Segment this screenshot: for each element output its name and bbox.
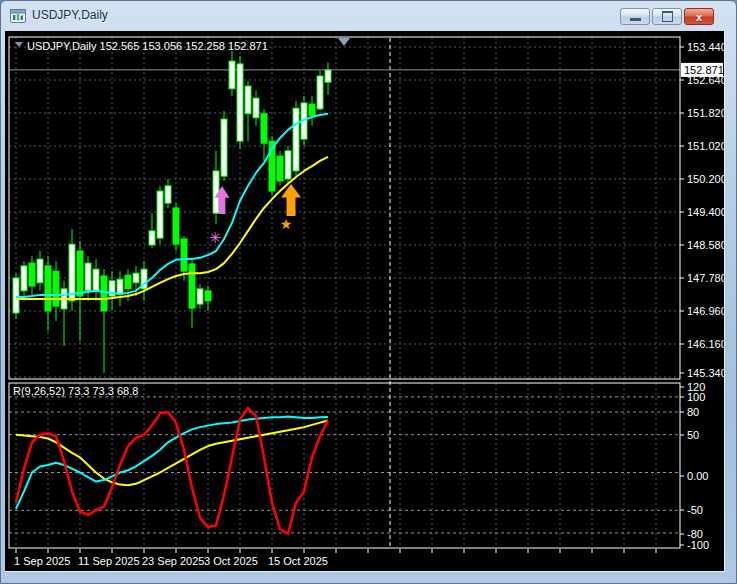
candle <box>45 266 51 311</box>
candle <box>229 61 235 89</box>
candle <box>277 156 283 181</box>
star-marker: ★ <box>280 216 293 232</box>
title-bar[interactable]: USDJPY,Daily x <box>1 1 736 31</box>
main-panel-border <box>9 37 680 379</box>
price-tick-label: 146.160 <box>687 338 724 350</box>
candle <box>237 64 243 141</box>
price-tick-label: 146.960 <box>687 305 724 317</box>
price-scale: 153.440152.640151.820151.020150.200149.4… <box>680 41 724 551</box>
price-tick-label: 149.400 <box>687 206 724 218</box>
window-controls: x <box>620 8 714 25</box>
ohlc-header: USDJPY,Daily 152.565 153.056 152.258 152… <box>27 40 268 52</box>
candle <box>309 104 315 116</box>
price-tick-label: 151.020 <box>687 140 724 152</box>
candle <box>285 151 291 179</box>
candle <box>13 278 19 313</box>
time-scale: 1 Sep 202511 Sep 202523 Sep 20253 Oct 20… <box>14 549 656 567</box>
indicator-panel-border <box>9 383 680 548</box>
chart-window-icon <box>10 8 26 24</box>
indicator-tick-label: 100 <box>687 391 705 403</box>
price-tick-label: 150.200 <box>687 173 724 185</box>
candle <box>181 239 187 271</box>
price-tick-label: 153.440 <box>687 41 724 53</box>
candle <box>69 244 75 301</box>
price-tick-label: 147.780 <box>687 272 724 284</box>
candle <box>325 70 331 82</box>
oscillator-main-line <box>16 408 328 533</box>
candle <box>317 76 323 109</box>
candle <box>117 279 123 294</box>
date-tick-label: 1 Sep 2025 <box>14 555 70 567</box>
oscillator-slow-line <box>16 420 328 485</box>
window-title: USDJPY,Daily <box>32 8 108 22</box>
close-button[interactable]: x <box>684 8 714 25</box>
indicator-tick-label: 50 <box>687 429 699 441</box>
minimize-button[interactable] <box>620 8 650 25</box>
candle <box>173 208 179 244</box>
candle <box>133 273 139 283</box>
text-layer: USDJPY,Daily 152.565 153.056 152.258 152… <box>13 40 268 397</box>
candle <box>53 271 59 306</box>
indicator-tick-label: -100 <box>687 539 709 551</box>
date-tick-label: 11 Sep 2025 <box>78 555 140 567</box>
maximize-button[interactable] <box>652 8 682 25</box>
price-tick-label: 148.580 <box>687 239 724 251</box>
candle <box>29 263 35 286</box>
chart-shift-triangle-icon <box>338 38 350 46</box>
collapse-header-icon[interactable] <box>15 42 23 47</box>
candle <box>261 114 267 143</box>
candle <box>101 276 107 311</box>
candle <box>245 86 251 114</box>
oscillator-fast-line <box>16 417 328 509</box>
maximize-icon <box>662 11 673 22</box>
candle <box>165 186 171 203</box>
candle <box>77 251 83 296</box>
candle <box>125 275 131 289</box>
candle <box>21 266 27 291</box>
chart-client-area[interactable]: ✳★USDJPY,Daily 152.565 153.056 152.258 1… <box>5 31 725 572</box>
signal-markers-layer: ✳★ <box>209 184 301 246</box>
close-icon: x <box>696 11 702 23</box>
candle <box>205 291 211 301</box>
candle <box>93 269 99 291</box>
indicator-tick-label: 80 <box>687 406 699 418</box>
application-window: USDJPY,Daily x ✳★USDJPY,Daily 152.565 15… <box>0 0 737 584</box>
candle <box>221 119 227 176</box>
date-tick-label: 23 Sep 2025 <box>142 555 204 567</box>
price-tick-label: 151.820 <box>687 107 724 119</box>
candle <box>189 264 195 308</box>
buy-arrow-marker <box>281 184 301 216</box>
indicator-label: R(9,26,52) 73.3 73.3 68.8 <box>13 385 138 397</box>
date-tick-label: 3 Oct 2025 <box>204 555 258 567</box>
candle <box>149 231 155 245</box>
minimize-icon <box>630 18 641 21</box>
star-marker: ✳ <box>209 229 222 246</box>
price-chart-canvas[interactable]: ✳★USDJPY,Daily 152.565 153.056 152.258 1… <box>5 31 724 571</box>
ma-fast-line <box>16 114 328 297</box>
candle <box>157 191 163 238</box>
candle <box>253 98 259 118</box>
candle <box>213 171 219 213</box>
date-tick-label: 15 Oct 2025 <box>268 555 328 567</box>
candle <box>293 108 299 171</box>
indicator-tick-label: -50 <box>687 504 703 516</box>
indicator-tick-label: 0.00 <box>687 470 708 482</box>
candle <box>85 263 91 291</box>
current-price-label: 152.871 <box>684 64 724 76</box>
candle <box>197 289 203 304</box>
price-tick-label: 145.340 <box>687 367 724 379</box>
candle <box>37 259 43 283</box>
